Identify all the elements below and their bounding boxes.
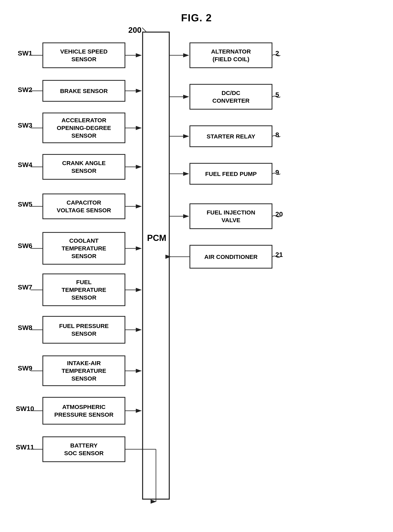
sw-label-3: SW3 (18, 121, 32, 129)
pcm-ref-label: 200 (128, 26, 142, 35)
block-starter-relay: STARTER RELAY (190, 125, 272, 147)
page: { "title": "FIG. 2", "pcm_label": "PCM",… (0, 0, 393, 532)
sw-label-4: SW4 (18, 161, 32, 169)
sw-label-1: SW1 (18, 49, 32, 57)
sw-label-6: SW6 (18, 242, 32, 250)
block-capacitor-voltage-sensor: CAPACITORVOLTAGE SENSOR (42, 194, 125, 219)
sw-label-8: SW8 (18, 324, 32, 332)
block-air-conditioner: AIR CONDITIONER (190, 245, 272, 268)
ref-label-5: 5 (275, 91, 279, 99)
block-vehicle-speed-sensor: VEHICLE SPEEDSENSOR (42, 42, 125, 68)
sw-label-11: SW11 (16, 443, 34, 451)
block-fuel-feed-pump: FUEL FEED PUMP (190, 163, 272, 185)
sw-label-5: SW5 (18, 200, 32, 208)
block-accelerator-sensor: ACCELERATOROPENING-DEGREESENSOR (42, 113, 125, 143)
block-intake-air-temp-sensor: INTAKE-AIRTEMPERATURESENSOR (42, 355, 125, 386)
sw-label-2: SW2 (18, 86, 32, 94)
block-crank-angle-sensor: CRANK ANGLESENSOR (42, 154, 125, 180)
block-coolant-temp-sensor: COOLANTTEMPERATURESENSOR (42, 232, 125, 265)
block-dcdc-converter: DC/DCCONVERTER (190, 84, 272, 109)
block-alternator: ALTERNATOR(FIELD COIL) (190, 42, 272, 68)
sw-label-7: SW7 (18, 283, 32, 291)
block-brake-sensor: BRAKE SENSOR (42, 80, 125, 102)
block-fuel-pressure-sensor: FUEL PRESSURESENSOR (42, 316, 125, 344)
block-battery-soc-sensor: BATTERYSOC SENSOR (42, 436, 125, 462)
sw-label-10: SW10 (16, 405, 34, 413)
ref-label-9: 9 (275, 169, 279, 176)
svg-line-33 (142, 28, 146, 32)
pcm-box (142, 32, 170, 500)
ref-label-8: 8 (275, 131, 279, 139)
fig-title: FIG. 2 (0, 0, 393, 24)
diagram: 200 PCM SW1 VEHICLE SPEEDSENSOR SW2 BRAK… (12, 26, 381, 520)
sw-label-9: SW9 (18, 364, 32, 372)
ref-label-2: 2 (275, 49, 279, 57)
pcm-label: PCM (147, 233, 166, 243)
block-fuel-injection-valve: FUEL INJECTIONVALVE (190, 204, 272, 229)
ref-label-21: 21 (275, 251, 283, 259)
block-fuel-temp-sensor: FUELTEMPERATURESENSOR (42, 273, 125, 306)
block-atmospheric-pressure-sensor: ATMOSPHERICPRESSURE SENSOR (42, 397, 125, 425)
ref-label-20: 20 (275, 210, 283, 218)
